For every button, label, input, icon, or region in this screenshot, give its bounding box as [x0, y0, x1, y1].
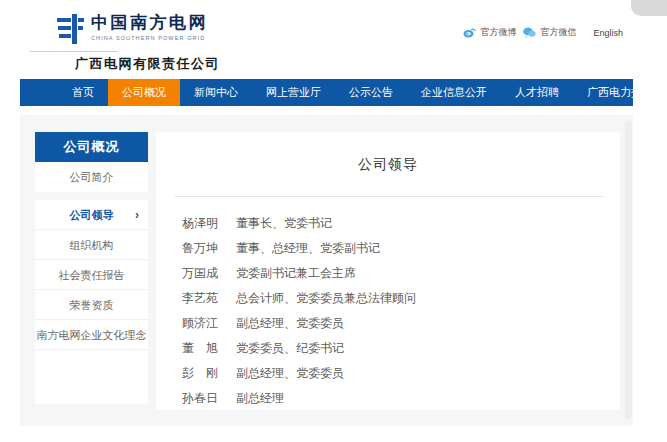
nav-item-online-business-hall[interactable]: 网上营业厅 — [252, 79, 335, 106]
leader-name: 顾济江 — [182, 315, 222, 332]
leader-name: 万国成 — [182, 265, 222, 282]
weibo-link[interactable]: 官方微博 — [463, 26, 516, 39]
leader-title: 副总经理 — [236, 390, 284, 407]
leader-title: 董事长、党委书记 — [236, 215, 332, 232]
leader-row: 顾济江副总经理、党委委员 — [182, 311, 620, 336]
leader-name: 杨泽明 — [182, 215, 222, 232]
main-nav: 首页公司概况新闻中心网上营业厅公示公告企业信息公开人才招聘广西电力交易中心广西电… — [20, 79, 633, 106]
leader-title: 党委副书记兼工会主席 — [236, 265, 356, 282]
site-header: 中国南方电网 CHINA SOUTHERN POWER GRID 广西电网有限责… — [0, 0, 667, 79]
wechat-link[interactable]: 官方微信 — [523, 26, 576, 39]
leader-name: 彭 刚 — [182, 365, 222, 382]
logo-text: 中国南方电网 CHINA SOUTHERN POWER GRID — [91, 13, 208, 41]
chevron-right-icon: › — [135, 200, 139, 230]
nav-item-public-announcements[interactable]: 公示公告 — [335, 79, 407, 106]
leader-title: 董事、总经理、党委副书记 — [236, 240, 380, 257]
wechat-label: 官方微信 — [540, 26, 576, 39]
sidebar-filler — [35, 350, 148, 404]
page: 中国南方电网 CHINA SOUTHERN POWER GRID 广西电网有限责… — [0, 0, 667, 442]
sidebar-item-organization[interactable]: 组织机构 — [35, 230, 148, 260]
weibo-label: 官方微博 — [480, 26, 516, 39]
nav-item-enterprise-info-disclosure[interactable]: 企业信息公开 — [407, 79, 501, 106]
sidebar-item-honors[interactable]: 荣誉资质 — [35, 290, 148, 320]
sidebar: 公司概况 公司简介 公司领导›组织机构社会责任报告荣誉资质南方电网企业文化理念 — [35, 132, 148, 404]
sidebar-header: 公司概况 — [35, 132, 148, 162]
english-link[interactable]: English — [593, 28, 623, 38]
sidebar-group-1: 公司简介 — [35, 162, 148, 192]
nav-item-company-overview[interactable]: 公司概况 — [108, 79, 180, 106]
leader-name: 董 旭 — [182, 340, 222, 357]
header-utilities: 官方微博 官方微信 English — [463, 26, 623, 39]
logo: 中国南方电网 CHINA SOUTHERN POWER GRID — [57, 13, 208, 45]
page-title: 公司领导 — [156, 156, 620, 174]
leader-row: 鲁万坤董事、总经理、党委副书记 — [182, 236, 620, 261]
browser-corner-artifact — [631, 0, 667, 16]
sidebar-gap — [35, 192, 148, 200]
wechat-icon — [523, 27, 536, 38]
leader-row: 李艺苑总会计师、党委委员兼总法律顾问 — [182, 286, 620, 311]
leader-row: 彭 刚副总经理、党委委员 — [182, 361, 620, 386]
logo-title: 中国南方电网 — [91, 13, 208, 33]
logo-subtitle: CHINA SOUTHERN POWER GRID — [91, 35, 208, 41]
company-name: 广西电网有限责任公司 — [75, 55, 220, 73]
title-divider — [174, 196, 604, 197]
leader-row: 董 旭党委委员、纪委书记 — [182, 336, 620, 361]
main-panel: 公司领导 杨泽明董事长、党委书记鲁万坤董事、总经理、党委副书记万国成党委副书记兼… — [156, 132, 620, 410]
nav-item-recruitment[interactable]: 人才招聘 — [501, 79, 573, 106]
sidebar-item-company-leaders[interactable]: 公司领导› — [35, 200, 148, 230]
sidebar-group-2: 公司领导›组织机构社会责任报告荣誉资质南方电网企业文化理念 — [35, 200, 148, 404]
sidebar-item-csg-culture[interactable]: 南方电网企业文化理念 — [35, 320, 148, 350]
leader-title: 副总经理、党委委员 — [236, 315, 344, 332]
leader-name: 孙春日 — [182, 390, 222, 407]
leader-row: 孙春日副总经理 — [182, 386, 620, 411]
leader-name: 李艺苑 — [182, 290, 222, 307]
content-area: 公司概况 公司简介 公司领导›组织机构社会责任报告荣誉资质南方电网企业文化理念 … — [20, 115, 633, 426]
scrollbar-track[interactable] — [625, 121, 632, 419]
nav-item-news-center[interactable]: 新闻中心 — [180, 79, 252, 106]
sidebar-item-csr-report[interactable]: 社会责任报告 — [35, 260, 148, 290]
nav-item-guangxi-power-trading-center[interactable]: 广西电力交易中心 — [573, 79, 667, 106]
leader-row: 杨泽明董事长、党委书记 — [182, 211, 620, 236]
weibo-icon — [463, 27, 476, 38]
leader-title: 总会计师、党委委员兼总法律顾问 — [236, 290, 416, 307]
csg-logo-icon — [57, 13, 84, 45]
logo-divider — [30, 51, 118, 52]
nav-item-home[interactable]: 首页 — [58, 79, 108, 106]
leader-name: 鲁万坤 — [182, 240, 222, 257]
leader-row: 万国成党委副书记兼工会主席 — [182, 261, 620, 286]
leaders-list: 杨泽明董事长、党委书记鲁万坤董事、总经理、党委副书记万国成党委副书记兼工会主席李… — [182, 211, 620, 411]
leader-title: 党委委员、纪委书记 — [236, 340, 344, 357]
leader-title: 副总经理、党委委员 — [236, 365, 344, 382]
sidebar-item-company-profile[interactable]: 公司简介 — [35, 162, 148, 192]
